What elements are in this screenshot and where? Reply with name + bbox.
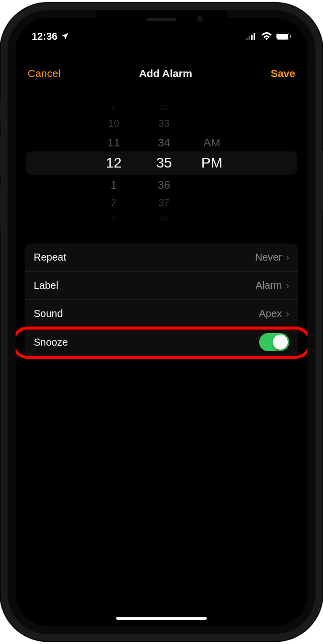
save-button[interactable]: Save: [271, 67, 295, 79]
svg-rect-1: [249, 36, 250, 40]
volume-down-button: [0, 186, 1, 226]
speaker-grille: [146, 18, 177, 21]
iphone-frame: 12:36 Cancel Add Alarm Save 9 10 11 12: [8, 10, 315, 634]
hour-column[interactable]: 9 10 11 12 1 2 3: [89, 93, 139, 233]
cancel-button[interactable]: Cancel: [28, 67, 60, 79]
sound-value: Apex: [259, 308, 282, 319]
snooze-label: Snooze: [34, 337, 259, 348]
repeat-value: Never: [255, 252, 282, 263]
volume-up-button: [0, 136, 1, 176]
svg-rect-5: [277, 34, 288, 39]
ampm-column[interactable]: AM PM: [189, 93, 234, 233]
label-row[interactable]: Label Alarm ›: [25, 272, 298, 300]
repeat-label: Repeat: [34, 252, 255, 263]
mute-switch: [0, 101, 1, 121]
notch: [96, 10, 227, 29]
chevron-right-icon: ›: [286, 252, 289, 263]
front-camera: [197, 16, 203, 22]
chevron-right-icon: ›: [286, 280, 289, 291]
wifi-icon: [261, 32, 272, 40]
toggle-knob: [273, 335, 288, 350]
repeat-row[interactable]: Repeat Never ›: [25, 244, 298, 272]
nav-bar: Cancel Add Alarm Save: [16, 50, 307, 87]
chevron-right-icon: ›: [286, 308, 289, 319]
svg-rect-6: [290, 35, 291, 38]
svg-rect-2: [251, 35, 253, 40]
location-arrow-icon: [60, 32, 69, 41]
svg-rect-0: [246, 38, 248, 40]
label-label: Label: [34, 280, 256, 291]
svg-rect-3: [254, 33, 255, 40]
status-time: 12:36: [32, 31, 57, 42]
minute-column[interactable]: 32 33 34 35 36 37 38: [139, 93, 189, 233]
sound-row[interactable]: Sound Apex ›: [25, 300, 298, 328]
snooze-toggle[interactable]: [259, 333, 289, 351]
time-picker[interactable]: 9 10 11 12 1 2 3 32 33 34 35 36 37 38: [21, 93, 302, 233]
label-value: Alarm: [256, 280, 282, 291]
battery-icon: [276, 33, 291, 40]
home-indicator[interactable]: [116, 617, 207, 620]
alarm-settings-list: Repeat Never › Label Alarm › Sound Apex …: [25, 244, 298, 356]
snooze-row[interactable]: Snooze: [25, 328, 298, 356]
page-title: Add Alarm: [139, 67, 192, 79]
screen: 12:36 Cancel Add Alarm Save 9 10 11 12: [16, 18, 307, 626]
cellular-icon: [246, 33, 257, 40]
sound-label: Sound: [34, 308, 259, 319]
